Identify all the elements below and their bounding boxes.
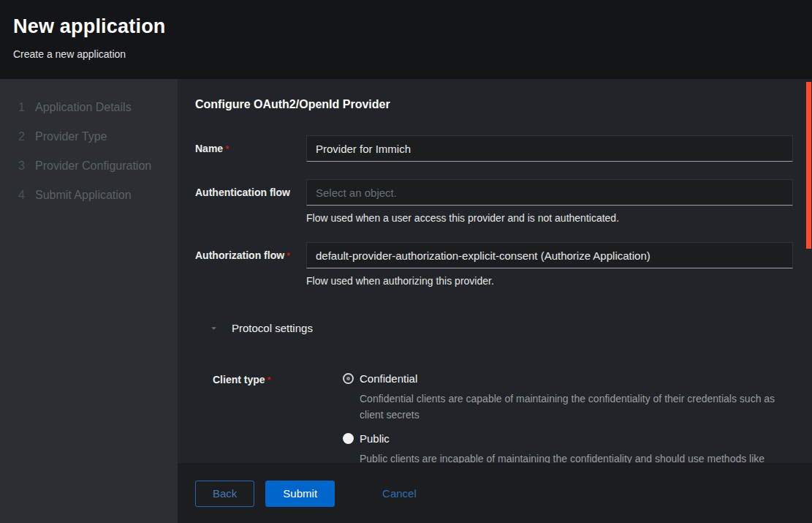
name-row: Name*	[195, 135, 793, 162]
step-label: Submit Application	[35, 188, 132, 202]
client-type-option-public: Public Public clients are incapable of m…	[343, 432, 793, 463]
radio-public-description: Public clients are incapable of maintain…	[360, 451, 789, 463]
authentication-flow-input[interactable]	[306, 179, 793, 206]
step-provider-configuration[interactable]: 3 Provider Configuration	[0, 159, 178, 173]
step-number: 2	[18, 129, 35, 143]
client-type-label-text: Client type	[213, 374, 265, 385]
step-submit-application[interactable]: 4 Submit Application	[0, 188, 178, 202]
wizard-steps-list: 1 Application Details 2 Provider Type 3 …	[0, 100, 178, 202]
wizard-subtitle: Create a new application	[13, 48, 797, 60]
name-label: Name*	[195, 135, 306, 162]
client-type-label: Client type*	[213, 372, 306, 463]
radio-confidential[interactable]: Confidential	[343, 372, 793, 385]
authorization-flow-label-text: Authorization flow	[195, 249, 284, 261]
step-number: 1	[18, 100, 35, 114]
protocol-settings-title: Protocol settings	[232, 322, 313, 334]
step-number: 3	[18, 159, 35, 173]
authentication-flow-label: Authentication flow	[195, 179, 306, 225]
submit-button[interactable]: Submit	[265, 481, 335, 507]
chevron-down-icon	[210, 324, 218, 332]
radio-confidential-description: Confidential clients are capable of main…	[360, 391, 789, 423]
cancel-button[interactable]: Cancel	[382, 481, 417, 500]
step-application-details[interactable]: 1 Application Details	[0, 100, 178, 114]
radio-public[interactable]: Public	[343, 432, 793, 445]
step-label: Application Details	[35, 100, 132, 114]
step-label: Provider Type	[35, 129, 107, 143]
authorization-flow-help: Flow used when authorizing this provider…	[306, 274, 793, 287]
authentication-flow-label-text: Authentication flow	[195, 187, 290, 198]
wizard-steps-nav: 1 Application Details 2 Provider Type 3 …	[0, 79, 178, 523]
radio-public-label: Public	[360, 432, 390, 445]
required-asterisk: *	[267, 375, 271, 385]
form-heading: Configure OAuth2/OpenId Provider	[195, 98, 793, 111]
authentication-flow-help: Flow used when a user access this provid…	[306, 211, 793, 225]
back-button[interactable]: Back	[195, 481, 254, 507]
authentication-flow-row: Authentication flow Flow used when a use…	[195, 179, 793, 225]
wizard-title: New application	[13, 15, 797, 38]
radio-unselected-icon[interactable]	[343, 433, 354, 444]
name-label-text: Name	[195, 143, 223, 154]
client-type-option-confidential: Confidential Confidential clients are ca…	[343, 372, 793, 423]
scrollbar-thumb[interactable]	[806, 82, 811, 249]
authorization-flow-row: Authorization flow* Flow used when autho…	[195, 242, 793, 287]
provider-form-pane: Configure OAuth2/OpenId Provider Name* A…	[178, 79, 812, 463]
step-label: Provider Configuration	[35, 159, 151, 173]
client-type-row: Client type* Confidential Confidential c…	[213, 372, 793, 463]
authorization-flow-input[interactable]	[306, 242, 793, 268]
protocol-settings-expander[interactable]: Protocol settings	[210, 322, 793, 334]
radio-selected-icon[interactable]	[343, 373, 354, 384]
name-input[interactable]	[306, 135, 793, 162]
radio-confidential-label: Confidential	[360, 372, 417, 385]
wizard-footer: Back Submit Cancel	[178, 463, 812, 523]
new-application-wizard: New application Create a new application…	[0, 0, 812, 523]
step-number: 4	[18, 188, 35, 202]
client-type-radio-group: Confidential Confidential clients are ca…	[306, 372, 793, 463]
protocol-settings-group: Client type* Confidential Confidential c…	[195, 372, 793, 463]
required-asterisk: *	[287, 251, 290, 261]
required-asterisk: *	[225, 144, 229, 154]
step-provider-type[interactable]: 2 Provider Type	[0, 129, 178, 143]
authorization-flow-label: Authorization flow*	[195, 242, 306, 287]
wizard-header: New application Create a new application	[0, 0, 812, 79]
